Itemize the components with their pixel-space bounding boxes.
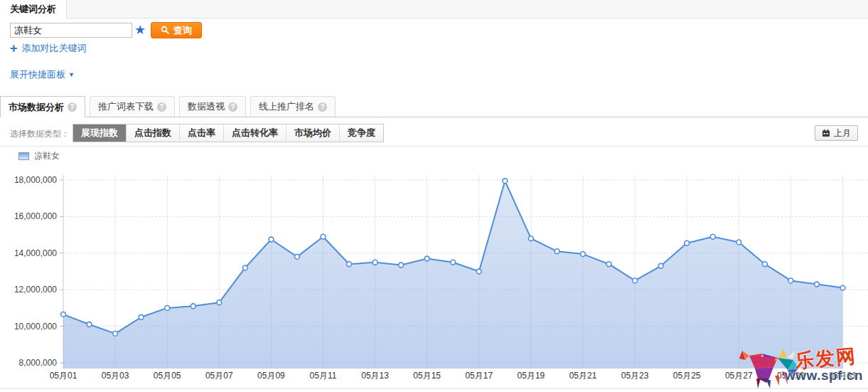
data-point-marker[interactable] (815, 282, 820, 287)
data-point-marker[interactable] (685, 240, 690, 245)
y-axis-label: 8,000,000 (19, 358, 58, 368)
keyword-input[interactable] (10, 23, 132, 38)
x-axis-label: 05月19 (518, 371, 545, 381)
help-icon[interactable]: ? (157, 102, 166, 112)
tab-keyword-analysis[interactable]: 关键词分析 (0, 0, 67, 18)
button-click-conversion-rate[interactable]: 点击转化率 (223, 125, 286, 142)
x-axis-label: 05月21 (569, 371, 597, 381)
x-axis-label: 05月15 (413, 371, 441, 381)
y-axis-label: 16,000,000 (14, 211, 57, 221)
x-axis-label: 05月25 (673, 371, 701, 381)
data-type-label: 选择数据类型： (10, 128, 70, 140)
y-axis-label: 12,000,000 (14, 285, 57, 295)
chart-legend: 凉鞋女 (18, 150, 60, 162)
data-point-marker[interactable] (139, 314, 144, 319)
data-point-marker[interactable] (399, 263, 404, 267)
expand-quick-panel-link[interactable]: 展开快捷面板 ▼ (10, 68, 75, 81)
data-point-marker[interactable] (503, 179, 508, 184)
y-axis-label: 10,000,000 (14, 322, 57, 332)
data-point-marker[interactable] (451, 260, 456, 265)
x-axis-label: 05月09 (257, 371, 285, 381)
data-point-marker[interactable] (347, 262, 352, 267)
x-axis-label: 05月03 (102, 371, 129, 381)
data-point-marker[interactable] (658, 263, 663, 268)
data-point-marker[interactable] (269, 237, 274, 242)
top-tab-bar: 关键词分析 (0, 0, 868, 18)
x-axis-label: 05月23 (621, 371, 649, 381)
data-point-marker[interactable] (581, 252, 586, 257)
y-axis-label: 14,000,000 (14, 248, 57, 258)
query-button[interactable]: 查询 (151, 22, 202, 38)
plus-icon: + (10, 43, 18, 53)
last-month-button[interactable]: 上月 (815, 125, 858, 141)
series-area (63, 181, 843, 369)
data-point-marker[interactable] (87, 322, 92, 327)
help-icon[interactable]: ? (68, 102, 77, 112)
favorite-star-icon[interactable]: ★ (134, 22, 146, 38)
data-point-marker[interactable] (476, 269, 481, 274)
search-icon (161, 26, 170, 35)
add-compare-keyword-link[interactable]: + 添加对比关键词 (10, 42, 87, 55)
help-icon[interactable]: ? (318, 102, 327, 112)
tab-market-data-analysis[interactable]: 市场数据分析 ? (0, 96, 85, 117)
x-axis-label: 05月05 (154, 371, 181, 381)
data-point-marker[interactable] (762, 262, 767, 267)
data-point-marker[interactable] (633, 278, 638, 283)
button-market-average-price[interactable]: 市场均价 (286, 125, 339, 142)
data-point-marker[interactable] (710, 234, 715, 239)
analysis-tab-bar: 市场数据分析 ? 推广词表下载 ? 数据透视 ? 线上推广排名 ? (0, 96, 868, 117)
x-axis-label: 05月27 (725, 371, 753, 381)
y-axis-label: 18,000,000 (14, 175, 57, 185)
expand-panel-label: 展开快捷面板 (10, 68, 65, 81)
data-point-marker[interactable] (191, 304, 195, 309)
x-axis-label: 05月07 (205, 371, 233, 381)
data-point-marker[interactable] (165, 306, 170, 311)
button-impression-index[interactable]: 展现指数 (73, 125, 126, 142)
tab-label: 市场数据分析 (9, 101, 64, 114)
x-axis-label: 05月11 (310, 371, 337, 381)
data-point-marker[interactable] (606, 262, 611, 267)
tab-promo-wordlist-download[interactable]: 推广词表下载 ? (90, 96, 175, 117)
data-type-button-group: 展现指数 点击指数 点击率 点击转化率 市场均价 竞争度 (73, 124, 384, 142)
tab-label: 数据透视 (188, 100, 225, 113)
data-point-marker[interactable] (113, 332, 118, 337)
legend-swatch (18, 152, 29, 160)
data-point-marker[interactable] (321, 234, 326, 239)
trend-chart: 8,000,00010,000,00012,000,00014,000,0001… (0, 171, 868, 392)
data-point-marker[interactable] (529, 236, 534, 241)
data-point-marker[interactable] (242, 265, 247, 270)
button-click-rate[interactable]: 点击率 (179, 125, 223, 142)
legend-label: 凉鞋女 (34, 150, 60, 162)
x-axis-label: 05月17 (465, 371, 493, 381)
x-axis-label: 05月29 (777, 371, 805, 381)
x-axis-label: 05月31 (829, 371, 857, 381)
calendar-icon (822, 129, 830, 137)
data-point-marker[interactable] (295, 255, 300, 260)
section-divider (0, 146, 868, 147)
help-icon[interactable]: ? (228, 102, 237, 112)
data-point-marker[interactable] (61, 312, 66, 317)
data-point-marker[interactable] (736, 240, 741, 245)
data-point-marker[interactable] (840, 285, 845, 290)
data-point-marker[interactable] (217, 300, 222, 305)
tab-label: 推广词表下载 (98, 100, 154, 113)
x-axis-label: 05月01 (50, 371, 77, 381)
tab-data-pivot[interactable]: 数据透视 ? (179, 96, 246, 117)
last-month-label: 上月 (834, 127, 851, 139)
add-compare-label: 添加对比关键词 (22, 42, 87, 55)
data-point-marker[interactable] (373, 260, 377, 265)
tab-label: 线上推广排名 (259, 100, 314, 113)
x-axis-label: 05月13 (361, 371, 389, 381)
keyword-analysis-page: 关键词分析 ★ 查询 + 添加对比关键词 展开快捷面板 ▼ 市场数据分析 ? 推… (0, 0, 868, 392)
data-point-marker[interactable] (788, 278, 793, 283)
button-click-index[interactable]: 点击指数 (126, 125, 179, 142)
caret-down-icon: ▼ (68, 71, 75, 78)
data-point-marker[interactable] (424, 256, 429, 261)
chart-area-fill (63, 181, 843, 369)
tab-online-promo-ranking[interactable]: 线上推广排名 ? (250, 96, 336, 117)
query-button-label: 查询 (173, 24, 192, 37)
data-point-marker[interactable] (554, 249, 559, 254)
button-competition[interactable]: 竞争度 (339, 125, 383, 142)
